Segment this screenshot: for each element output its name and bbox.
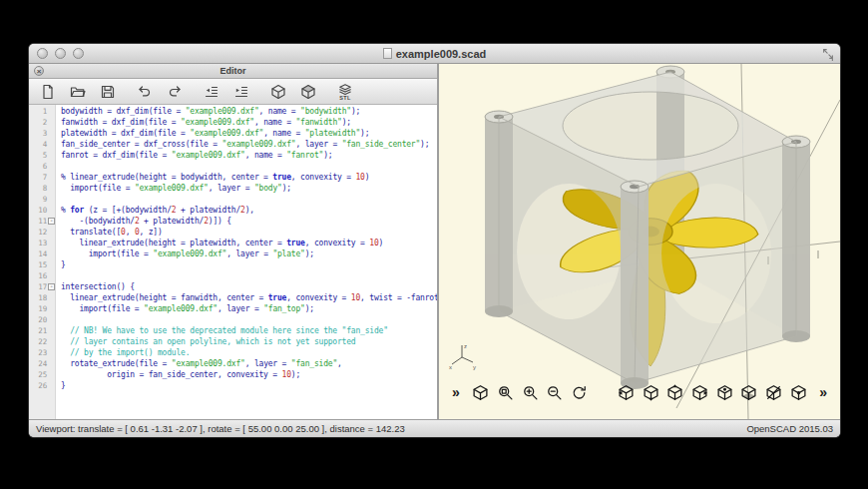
close-editor-button[interactable]: × bbox=[34, 66, 44, 76]
code-line[interactable]: 10% for (z = [+(bodywidth/2 + platewidth… bbox=[29, 205, 437, 216]
fold-column bbox=[47, 117, 56, 128]
code-line[interactable]: 20 bbox=[29, 314, 437, 325]
axis-z-label: z bbox=[464, 343, 467, 349]
code-line[interactable]: 13 linear_extrude(height = platewidth, c… bbox=[29, 238, 437, 248]
export-stl-button[interactable]: STL bbox=[334, 80, 356, 104]
code-line-text: fanwidth = dxf_dim(file = "example009.dx… bbox=[56, 117, 351, 128]
fold-column bbox=[47, 248, 56, 259]
more-right-button[interactable]: » bbox=[814, 383, 832, 402]
axis-x-label: x bbox=[449, 364, 452, 370]
code-line-text bbox=[56, 314, 61, 325]
code-line[interactable]: 26} bbox=[29, 380, 437, 391]
code-line[interactable]: 5fanrot = dxf_dim(file = "example009.dxf… bbox=[29, 150, 437, 161]
view-left-button[interactable] bbox=[617, 383, 635, 402]
code-line[interactable]: 7% linear_extrude(height = bodywidth, ce… bbox=[29, 172, 437, 183]
code-line[interactable]: 21 // NB! We have to use the deprecated … bbox=[29, 325, 437, 336]
code-line[interactable]: 8 import(file = "example009.dxf", layer … bbox=[29, 183, 437, 194]
code-line[interactable]: 14 import(file = "example009.dxf", layer… bbox=[29, 248, 437, 259]
code-line-text: fan_side_center = dxf_cross(file = "exam… bbox=[56, 139, 429, 150]
code-line[interactable]: 19 import(file = "example009.dxf", layer… bbox=[29, 303, 437, 314]
save-file-button[interactable] bbox=[97, 80, 119, 104]
preview-button[interactable] bbox=[267, 80, 289, 104]
code-line[interactable]: 24 rotate_extrude(file = "example009.dxf… bbox=[29, 358, 437, 369]
fold-marker[interactable]: - bbox=[48, 283, 55, 290]
code-line-text: // NB! We have to use the deprecated mod… bbox=[56, 325, 388, 336]
code-line-text: rotate_extrude(file = "example009.dxf", … bbox=[56, 358, 342, 369]
line-number: 16 bbox=[29, 270, 47, 281]
redo-button[interactable] bbox=[164, 80, 186, 104]
line-number: 1 bbox=[29, 106, 47, 117]
code-line[interactable]: 25 origin = fan_side_center, convexity =… bbox=[29, 369, 437, 380]
code-line[interactable]: 11- -(bodywidth/2 + platewidth/2)]) { bbox=[29, 216, 437, 227]
fold-column bbox=[47, 358, 56, 369]
code-line-text: translate([0, 0, z]) bbox=[56, 227, 163, 238]
zoom-window-button[interactable] bbox=[73, 48, 84, 59]
code-line-text: -(bodywidth/2 + platewidth/2)]) { bbox=[56, 216, 231, 227]
fold-column bbox=[47, 336, 56, 347]
fold-column bbox=[47, 270, 56, 281]
code-line[interactable]: 23 // by the import() module. bbox=[29, 347, 437, 358]
code-line[interactable]: 2fanwidth = dxf_dim(file = "example009.d… bbox=[29, 117, 437, 128]
view-all-button[interactable] bbox=[472, 383, 490, 402]
more-left-button[interactable]: » bbox=[447, 383, 465, 402]
fullscreen-icon[interactable] bbox=[821, 47, 835, 61]
zoom-out-button[interactable] bbox=[546, 383, 564, 402]
more-icon: » bbox=[452, 385, 460, 399]
view-front-button[interactable] bbox=[642, 383, 659, 402]
window-content: × Editor STL 1bodywidth = dxf_dim(file =… bbox=[29, 64, 840, 419]
3d-scene[interactable] bbox=[439, 64, 840, 419]
code-line-text: platewidth = dxf_dim(file = "example009.… bbox=[56, 128, 369, 139]
code-editor[interactable]: 1bodywidth = dxf_dim(file = "example009.… bbox=[29, 105, 437, 419]
editor-toolbar: STL bbox=[29, 79, 437, 105]
new-file-button[interactable] bbox=[37, 80, 59, 104]
view-right-button[interactable] bbox=[691, 383, 709, 402]
undo-button[interactable] bbox=[134, 80, 156, 104]
view-top-button[interactable] bbox=[666, 383, 684, 402]
view-diagonal-button[interactable] bbox=[765, 383, 783, 402]
code-line[interactable]: 18 linear_extrude(height = fanwidth, cen… bbox=[29, 292, 437, 303]
close-window-button[interactable] bbox=[37, 48, 48, 59]
minimize-window-button[interactable] bbox=[55, 48, 66, 59]
zoom-in-button[interactable] bbox=[521, 383, 539, 402]
open-file-button[interactable] bbox=[67, 80, 89, 104]
code-line[interactable]: 9 bbox=[29, 194, 437, 205]
line-number: 21 bbox=[29, 325, 47, 336]
view-center-button[interactable] bbox=[790, 383, 808, 402]
code-line[interactable]: 6 bbox=[29, 161, 437, 172]
fold-column bbox=[47, 161, 56, 172]
reset-view-button[interactable] bbox=[571, 383, 589, 402]
line-number: 17 bbox=[29, 281, 47, 292]
window-titlebar[interactable]: example009.scad bbox=[29, 44, 840, 64]
openscad-window: example009.scad × Editor STL 1bodywidth … bbox=[29, 44, 840, 437]
line-number: 15 bbox=[29, 259, 47, 270]
view-back-button[interactable] bbox=[715, 383, 733, 402]
axis-indicator: z x y bbox=[447, 341, 477, 371]
code-line-text: intersection() { bbox=[56, 281, 135, 292]
line-number: 3 bbox=[29, 128, 47, 139]
code-line-text: import(file = "example009.dxf", layer = … bbox=[56, 248, 314, 259]
code-line-text: linear_extrude(height = platewidth, cent… bbox=[56, 238, 383, 248]
code-line[interactable]: 1bodywidth = dxf_dim(file = "example009.… bbox=[29, 106, 437, 117]
editor-panel-header[interactable]: × Editor bbox=[29, 64, 437, 79]
zoom-all-button[interactable] bbox=[496, 383, 514, 402]
fold-column: - bbox=[47, 216, 56, 227]
line-number: 23 bbox=[29, 347, 47, 358]
code-line[interactable]: 3platewidth = dxf_dim(file = "example009… bbox=[29, 128, 437, 139]
fold-marker[interactable]: - bbox=[48, 218, 55, 225]
code-line[interactable]: 16 bbox=[29, 270, 437, 281]
fold-column bbox=[47, 369, 56, 380]
code-line[interactable]: 22 // layer contains an open polyline, w… bbox=[29, 336, 437, 347]
code-line[interactable]: 15} bbox=[29, 259, 437, 270]
render-button[interactable] bbox=[297, 80, 319, 104]
view-bottom-button[interactable] bbox=[740, 383, 758, 402]
line-number: 25 bbox=[29, 369, 47, 380]
indent-button[interactable] bbox=[230, 80, 252, 104]
traffic-lights bbox=[37, 44, 84, 63]
code-line[interactable]: 17-intersection() { bbox=[29, 281, 437, 292]
line-number: 26 bbox=[29, 380, 47, 391]
code-line[interactable]: 12 translate([0, 0, z]) bbox=[29, 227, 437, 238]
code-line-text: % linear_extrude(height = bodywidth, cen… bbox=[56, 172, 369, 183]
unindent-button[interactable] bbox=[201, 80, 222, 104]
code-line-text: // by the import() module. bbox=[56, 347, 190, 358]
code-line[interactable]: 4fan_side_center = dxf_cross(file = "exa… bbox=[29, 139, 437, 150]
